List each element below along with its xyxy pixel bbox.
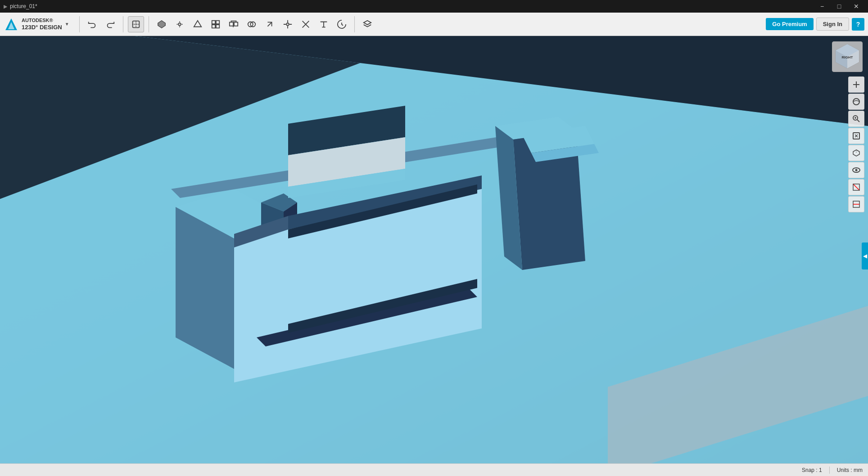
svg-rect-7 xyxy=(212,24,215,27)
close-button[interactable]: ✕ xyxy=(848,0,864,13)
view-cube-svg: RIGHT xyxy=(833,42,862,71)
maximize-button[interactable]: □ xyxy=(831,0,847,13)
svg-point-13 xyxy=(286,23,289,26)
zoom-in-button[interactable] xyxy=(848,76,864,93)
sep-4 xyxy=(354,16,355,32)
logo-dropdown-arrow[interactable]: ▼ xyxy=(65,22,69,27)
3d-viewport[interactable]: RIGHT ◀ xyxy=(0,36,868,476)
fit-all-button[interactable] xyxy=(848,128,864,144)
text-button[interactable] xyxy=(316,16,332,32)
svg-text:RIGHT: RIGHT xyxy=(842,55,853,59)
sign-in-button[interactable]: Sign In xyxy=(816,18,849,31)
view-cube[interactable]: RIGHT xyxy=(832,41,863,72)
primitives-button[interactable] xyxy=(154,16,170,32)
view-controls-panel xyxy=(848,76,864,212)
grid-display-button[interactable] xyxy=(848,179,864,195)
units-label: Units : mm xyxy=(837,467,863,473)
statusbar: Snap : 1 Units : mm xyxy=(0,463,868,476)
sketch-button[interactable] xyxy=(172,16,188,32)
go-premium-button[interactable]: Go Premium xyxy=(766,18,813,30)
window-title: picture_01* xyxy=(10,3,37,9)
material-button[interactable] xyxy=(359,16,375,32)
svg-point-49 xyxy=(853,99,859,105)
svg-rect-8 xyxy=(216,24,219,27)
section-view-button[interactable] xyxy=(848,196,864,212)
svg-point-3 xyxy=(178,23,181,26)
select-tool-button[interactable] xyxy=(128,16,144,32)
units-status[interactable]: Units : mm xyxy=(837,467,863,473)
logo-text-area: AUTODESK® 123D° DESIGN xyxy=(22,18,62,30)
help-button[interactable]: ? xyxy=(852,18,864,31)
redo-button[interactable] xyxy=(102,16,118,32)
undo-button[interactable] xyxy=(84,16,100,32)
perspective-button[interactable] xyxy=(848,145,864,161)
titlebar: ▶ picture_01* − □ ✕ xyxy=(0,0,868,13)
sep-1 xyxy=(79,16,80,32)
svg-rect-9 xyxy=(229,22,233,26)
main-toolbar: AUTODESK® 123D° DESIGN ▼ xyxy=(0,13,868,36)
show-hide-button[interactable] xyxy=(848,162,864,178)
snap-button[interactable] xyxy=(334,16,350,32)
orbit-button[interactable] xyxy=(848,94,864,110)
svg-line-51 xyxy=(857,120,859,122)
autodesk-logo-icon xyxy=(5,18,18,31)
sep-3 xyxy=(149,16,149,32)
svg-line-59 xyxy=(853,184,859,190)
zoom-tool-button[interactable] xyxy=(848,111,864,127)
side-panel-toggle[interactable]: ◀ xyxy=(862,242,868,269)
sep-2 xyxy=(123,16,123,32)
svg-rect-10 xyxy=(234,22,238,26)
svg-rect-5 xyxy=(212,20,215,23)
minimize-button[interactable]: − xyxy=(814,0,830,13)
construct-button[interactable] xyxy=(190,16,206,32)
snap-label: Snap : 1 xyxy=(802,467,822,473)
snap-status: Snap : 1 xyxy=(802,467,822,473)
app-logo: AUTODESK® 123D° DESIGN ▼ xyxy=(4,17,75,32)
svg-point-58 xyxy=(855,169,858,171)
transform-button[interactable] xyxy=(280,16,296,32)
delete-button[interactable] xyxy=(298,16,314,32)
modify-button[interactable] xyxy=(208,16,224,32)
group-button[interactable] xyxy=(226,16,242,32)
title-area: ▶ picture_01* xyxy=(4,3,37,9)
toolbar-right: Go Premium Sign In ? xyxy=(766,18,864,31)
svg-marker-4 xyxy=(194,20,201,27)
svg-rect-6 xyxy=(216,20,219,23)
boolean-button[interactable] xyxy=(244,16,260,32)
window-controls: − □ ✕ xyxy=(814,0,864,13)
3d-scene-svg xyxy=(0,36,868,476)
status-sep xyxy=(829,467,830,474)
title-icon: ▶ xyxy=(4,4,7,9)
measure-button[interactable] xyxy=(262,16,278,32)
side-toggle-icon: ◀ xyxy=(863,253,867,259)
